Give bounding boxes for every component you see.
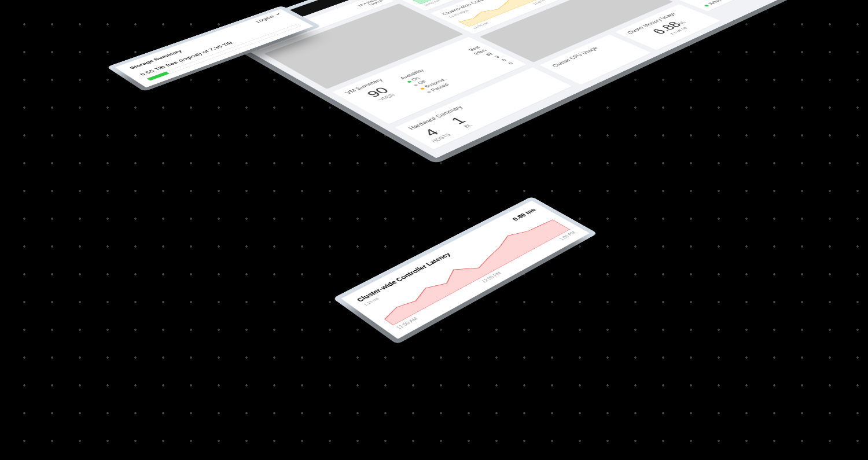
dashboard-panel: VERSION NUTANIX 20170830.171 10.4.220.80…: [220, 0, 845, 158]
resiliency-footer: Rebuild capacity available: [707, 0, 751, 5]
chevron-down-icon: [275, 13, 281, 16]
latency-popup: Cluster-wide Controller Latency 0.89 ms …: [341, 200, 590, 339]
latency-chart: [366, 214, 570, 326]
